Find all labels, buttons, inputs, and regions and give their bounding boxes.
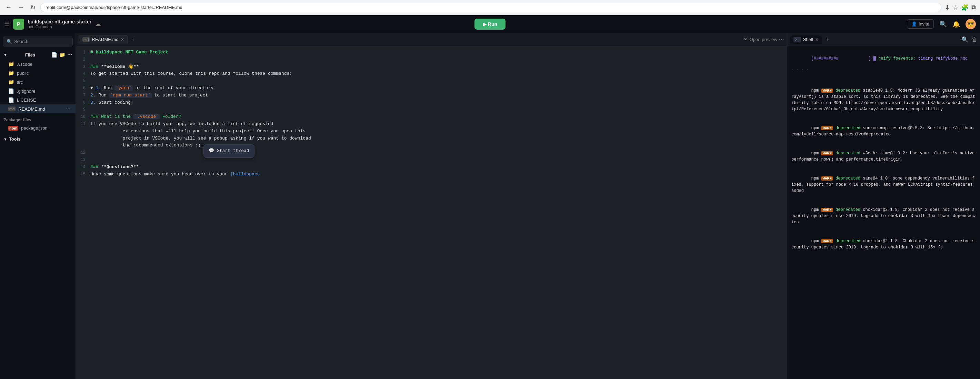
shell-panel: >_ Shell ✕ + 🔍 🗑 (########## ) ▓ reify:f… xyxy=(787,33,980,379)
address-bar[interactable] xyxy=(40,3,941,12)
search-icon: 🔍 xyxy=(6,39,12,44)
download-icon[interactable]: ⬇ xyxy=(945,4,950,11)
code-line-11: 11 If you use VSCode to build your app, … xyxy=(76,121,787,149)
more-icon[interactable]: ⋯ xyxy=(66,106,71,112)
invite-button[interactable]: 👤 Invite xyxy=(907,19,934,29)
tab-label: README.md xyxy=(92,37,118,42)
code-line-14: 14 ### **Questions?** xyxy=(76,164,787,171)
bell-icon[interactable]: 🔔 xyxy=(952,20,960,28)
back-button[interactable]: ← xyxy=(4,2,13,13)
file-item-vscode[interactable]: 📁 .vscode xyxy=(0,60,76,68)
file-item-license[interactable]: 📄 LICENSE xyxy=(0,95,76,105)
file-icon: 📄 xyxy=(8,88,14,94)
tab-icon: md xyxy=(83,37,90,42)
folder-icon: 📁 xyxy=(8,70,14,76)
code-line-6: 6 ▼ 1. Run `yarn` at the root of your di… xyxy=(76,85,787,92)
code-editor[interactable]: 1 # buildspace NFT Game Project 2 3 ### … xyxy=(76,46,787,379)
code-line-10: 10 ### What is the `.vscode` Folder? xyxy=(76,113,787,121)
shell-line: npm WARN deprecated source-map-resolve@0… xyxy=(791,119,976,144)
code-line-3: 3 ### **Welcome 👋** xyxy=(76,63,787,71)
shell-tab[interactable]: >_ Shell ✕ xyxy=(790,35,822,44)
shell-content[interactable]: (########## ) ▓ reify:fsevents: timing r… xyxy=(787,46,980,379)
npm-icon: npm xyxy=(8,126,18,131)
markdown-icon: md xyxy=(8,106,16,111)
app-bar-right: 👤 Invite 🔍 🔔 😎 xyxy=(907,19,976,29)
comment-icon: 💬 xyxy=(208,147,214,155)
open-preview-button[interactable]: 👁 Open preview xyxy=(743,37,777,42)
section-header-actions: 📄 📁 ⋯ xyxy=(51,52,72,57)
search-placeholder: Search xyxy=(14,39,28,44)
add-shell-tab-button[interactable]: + xyxy=(823,36,831,43)
eye-icon: 👁 xyxy=(743,37,748,42)
shell-line: npm WARN deprecated stable@0.1.8: Modern… xyxy=(791,81,976,119)
more-icon[interactable]: ⋯ xyxy=(67,52,72,57)
shell-line: npm WARN deprecated sane@4.1.0: some dep… xyxy=(791,169,976,200)
project-name: buildspace-nft-game-starter xyxy=(28,19,91,24)
code-line-2: 2 xyxy=(76,56,787,63)
tab-readme[interactable]: md README.md ✕ xyxy=(79,35,128,44)
terminal-icon: >_ xyxy=(794,37,801,42)
start-thread-tooltip[interactable]: 💬 Start thread xyxy=(204,144,255,158)
trash-icon[interactable]: 🗑 xyxy=(972,36,977,43)
run-button[interactable]: ▶ Run xyxy=(474,19,506,30)
shell-line: npm WARN deprecated chokidar@2.1.8: Chok… xyxy=(791,201,976,232)
file-icon: 📄 xyxy=(8,97,14,103)
shell-line: ` ` ` ` xyxy=(791,68,976,75)
new-folder-icon[interactable]: 📁 xyxy=(59,52,65,57)
file-item-public[interactable]: 📁 public xyxy=(0,68,76,78)
search-icon[interactable]: 🔍 xyxy=(961,36,968,43)
chevron-down-icon: ▼ xyxy=(3,53,7,57)
file-item-readme[interactable]: md README.md ⋯ xyxy=(0,105,76,113)
files-label: Files xyxy=(25,52,35,57)
code-line-1: 1 # buildspace NFT Game Project xyxy=(76,49,787,56)
bookmark-icon[interactable]: ☆ xyxy=(953,4,958,11)
shell-line: npm WARN deprecated w3c-hr-time@1.0.2: U… xyxy=(791,144,976,169)
code-line-9: 9 xyxy=(76,106,787,113)
hamburger-icon[interactable]: ☰ xyxy=(4,20,10,28)
app-bar-left: ☰ P buildspace-nft-game-starter paulCoin… xyxy=(4,19,101,30)
files-section-header[interactable]: ▼ Files 📄 📁 ⋯ xyxy=(0,50,76,60)
project-info: buildspace-nft-game-starter paulCoinman xyxy=(28,19,91,29)
shell-line: (########## ) ▓ reify:fsevents: timing r… xyxy=(791,49,976,68)
tooltip-label: Start thread xyxy=(217,147,249,155)
shell-line xyxy=(791,75,976,81)
window-icon[interactable]: ⧉ xyxy=(971,4,976,11)
puzzle-icon[interactable]: 🧩 xyxy=(961,4,969,11)
editor-more-button[interactable]: ⋯ xyxy=(779,36,784,43)
chevron-down-icon: ▼ xyxy=(3,137,7,141)
code-line-13: 13 xyxy=(76,156,787,164)
add-tab-button[interactable]: + xyxy=(129,36,137,43)
tab-bar: md README.md ✕ + 👁 Open preview ⋯ xyxy=(76,33,787,46)
person-icon: 👤 xyxy=(912,21,917,27)
code-line-4: 4 To get started with this course, clone… xyxy=(76,70,787,78)
search-icon[interactable]: 🔍 xyxy=(939,20,947,28)
shell-tab-label: Shell xyxy=(803,37,813,42)
code-line-8: 8 3. Start coding! xyxy=(76,99,787,106)
browser-actions: ⬇ ☆ 🧩 ⧉ xyxy=(945,4,976,11)
code-line-15: 15 Have some questions make sure you hea… xyxy=(76,171,787,178)
file-item-gitignore[interactable]: 📄 .gitignore xyxy=(0,86,76,95)
shell-tab-close-button[interactable]: ✕ xyxy=(815,37,819,42)
browser-bar: ← → ↻ ⬇ ☆ 🧩 ⧉ xyxy=(0,0,980,15)
avatar[interactable]: 😎 xyxy=(966,19,976,29)
sidebar: 🔍 Search ▼ Files 📄 📁 ⋯ 📁 .vscode 📁 publi… xyxy=(0,33,76,379)
new-file-icon[interactable]: 📄 xyxy=(51,52,57,57)
code-line-12: 12 xyxy=(76,149,787,156)
shell-tab-actions: 🔍 🗑 xyxy=(961,36,977,43)
project-author: paulCoinman xyxy=(28,24,91,29)
file-item-src[interactable]: 📁 src xyxy=(0,78,76,86)
file-item-package-json[interactable]: npm package.json xyxy=(0,124,76,132)
app-bar: ☰ P buildspace-nft-game-starter paulCoin… xyxy=(0,15,980,33)
search-bar[interactable]: 🔍 Search xyxy=(3,36,73,46)
forward-button[interactable]: → xyxy=(17,2,25,13)
main-layout: 🔍 Search ▼ Files 📄 📁 ⋯ 📁 .vscode 📁 publi… xyxy=(0,33,980,379)
tools-section[interactable]: ▼ Tools xyxy=(0,135,76,143)
folder-icon: 📁 xyxy=(8,61,14,67)
editor-area: md README.md ✕ + 👁 Open preview ⋯ 1 # bu… xyxy=(76,33,787,379)
folder-icon: 📁 xyxy=(8,79,14,85)
app-bar-center: ▶ Run xyxy=(474,19,506,30)
tab-close-button[interactable]: ✕ xyxy=(121,37,124,42)
code-line-7: 7 2. Run `npm run start` to start the pr… xyxy=(76,92,787,99)
shell-tab-bar: >_ Shell ✕ + 🔍 🗑 xyxy=(787,33,980,46)
refresh-button[interactable]: ↻ xyxy=(29,2,37,13)
